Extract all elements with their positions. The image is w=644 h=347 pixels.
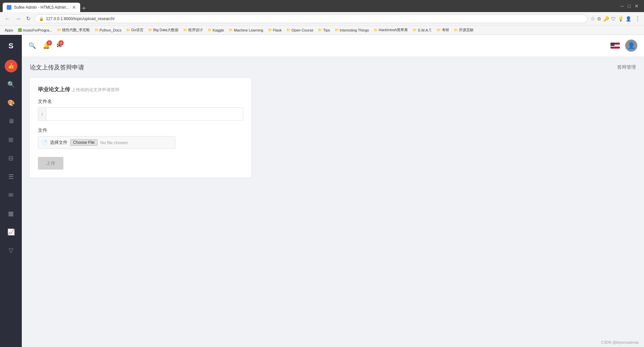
reload-button[interactable]: ↻: [25, 14, 32, 23]
bookmark-label-hackintosh: Hackintosh黑苹果: [379, 27, 408, 33]
extension-icon-1[interactable]: ⚙: [597, 16, 601, 21]
address-bar[interactable]: 🔒 127.0.0.1:8000/topic/upload_research/: [35, 14, 588, 23]
minimize-button[interactable]: ─: [621, 3, 624, 9]
tab-favicon: [7, 5, 11, 10]
menu-icon[interactable]: ⋮: [635, 15, 641, 22]
sidebar-monitor-icon[interactable]: 🖥: [0, 112, 22, 130]
file-group: 文件 📄 选择文件 Choose File No file chosen: [38, 127, 243, 149]
bookmark-icon-opensource: 📁: [454, 28, 458, 32]
bookmark-icon-interesting: 📁: [335, 28, 339, 32]
file-icon: 📄: [42, 140, 47, 145]
sidebar-bar-icon[interactable]: ▦: [0, 204, 22, 223]
bookmark-music[interactable]: 🟩 musicForProgra...: [16, 27, 54, 33]
sidebar-search-icon[interactable]: 🔍: [0, 75, 22, 94]
bookmark-label-music: musicForProgra...: [23, 28, 52, 32]
page-header: 论文上传及答辩申请 答辩管理: [30, 63, 636, 71]
sidebar-table-icon[interactable]: ⊞: [0, 130, 22, 149]
filename-input-wrap: i: [38, 107, 243, 121]
bookmark-kaggle[interactable]: 📁 Kaggle: [206, 27, 226, 33]
sidebar-palette-icon[interactable]: 🎨: [0, 94, 22, 112]
bookmark-icon-swat: 📁: [413, 28, 417, 32]
bookmark-swat[interactable]: 📁 S.W.A.T.: [411, 27, 434, 33]
sidebar-like-icon[interactable]: 👍: [5, 60, 17, 72]
bookmark-star-icon[interactable]: ☆: [590, 15, 595, 22]
bookmark-label-interesting: Interesting Things: [340, 28, 369, 32]
main-area: 🔍 🔔 5 ✉ 9 👤 论文上传及答辩申请 答辩管理: [22, 35, 644, 347]
footer-note: CSDN @biyezuopinvip: [601, 340, 639, 344]
language-flag[interactable]: [610, 43, 620, 49]
page-breadcrumb[interactable]: 答辩管理: [617, 64, 636, 70]
filename-input[interactable]: [46, 108, 243, 120]
profile-icon[interactable]: 👤: [626, 16, 631, 21]
tab-close-button[interactable]: ✕: [72, 5, 76, 10]
header-right: 👤: [610, 40, 637, 52]
extension-icon-4[interactable]: 💡: [618, 16, 624, 21]
bookmark-label-opensource: 开源贡献: [459, 27, 474, 33]
bookmark-linear[interactable]: 📁 线性代数_李宏毅: [55, 27, 92, 33]
browser-tab-active[interactable]: Sufee Admin - HTML5 Admin... ✕: [3, 3, 80, 12]
header-messages[interactable]: ✉ 9: [57, 42, 62, 49]
browser-actions: ☆ ⚙ 🔑 🛡 💡 👤 ⋮: [590, 15, 641, 22]
upload-button[interactable]: 上传: [38, 157, 63, 170]
bookmark-label-exam: 考研: [442, 27, 449, 33]
user-avatar[interactable]: 👤: [625, 40, 637, 52]
bookmark-icon-opencourse: 📁: [286, 28, 290, 32]
sidebar-list-icon[interactable]: ☰: [0, 167, 22, 186]
new-tab-button[interactable]: +: [80, 5, 88, 12]
page-title: 论文上传及答辩申请: [30, 63, 84, 71]
bookmark-opensource[interactable]: 📁 开源贡献: [452, 27, 476, 33]
maximize-button[interactable]: □: [628, 3, 631, 9]
bookmark-label-tips: Tips: [323, 28, 330, 32]
bookmark-program[interactable]: 📁 程序设计: [181, 27, 205, 33]
sidebar-like-button[interactable]: 👍: [0, 57, 22, 75]
sidebar-logo: S: [0, 35, 22, 57]
close-button[interactable]: ✕: [635, 3, 639, 9]
bookmark-python[interactable]: 📁 Python_Docs: [93, 27, 123, 33]
card-title-row: 毕业论文上传 上传你的论文并申请答辩: [38, 86, 243, 93]
sidebar-chart-icon[interactable]: 📈: [0, 223, 22, 241]
app-container: S 👍 🔍 🎨 🖥 ⊞ ⊟ ☰ ✉ ▦: [0, 35, 644, 347]
bookmark-bigdata[interactable]: 📁 Big Data大数据: [146, 27, 180, 33]
bookmark-label-bigdata: Big Data大数据: [153, 27, 178, 33]
bookmark-flask[interactable]: 📁 Flask: [266, 27, 284, 33]
bookmark-icon-linear: 📁: [57, 28, 61, 32]
header-notifications[interactable]: 🔔 5: [43, 42, 50, 49]
bookmark-hackintosh[interactable]: 📁 Hackintosh黑苹果: [372, 27, 410, 33]
sidebar: S 👍 🔍 🎨 🖥 ⊞ ⊟ ☰ ✉ ▦: [0, 35, 22, 347]
filename-label: 文件名: [38, 99, 243, 105]
bookmark-label-swat: S.W.A.T.: [418, 28, 432, 32]
bookmark-go[interactable]: 📁 Go语言: [124, 27, 146, 33]
bookmark-interesting[interactable]: 📁 Interesting Things: [333, 27, 371, 33]
bookmark-label-flask: Flask: [273, 28, 282, 32]
file-input-wrap: 📄 选择文件 Choose File No file chosen: [38, 136, 175, 149]
messages-badge: 9: [58, 40, 64, 46]
bookmark-ml[interactable]: 📁 Machine Learning: [227, 27, 265, 33]
card-subtitle: 上传你的论文并申请答辩: [71, 87, 119, 92]
input-prefix-icon: i: [38, 108, 46, 120]
card-title: 毕业论文上传: [38, 86, 70, 92]
sidebar-mail-icon[interactable]: ✉: [0, 186, 22, 204]
bookmark-label-go: Go语言: [131, 27, 144, 33]
choose-file-label: 选择文件: [50, 139, 67, 146]
bookmark-opencourse[interactable]: 📁 Open Course: [284, 27, 315, 33]
bookmark-icon-bigdata: 📁: [148, 28, 152, 32]
forward-button[interactable]: →: [14, 14, 22, 23]
bookmark-exam[interactable]: 📁 考研: [435, 27, 451, 33]
extension-icon-3[interactable]: 🛡: [611, 16, 616, 21]
extension-icon-2[interactable]: 🔑: [603, 16, 609, 21]
bookmark-icon-program: 📁: [183, 28, 187, 32]
address-url: 127.0.0.1:8000/topic/upload_research/: [46, 16, 115, 21]
bookmark-label-kaggle: Kaggle: [213, 28, 224, 32]
sidebar-apps-icon[interactable]: ⊟: [0, 149, 22, 167]
browser-tabs: Sufee Admin - HTML5 Admin... ✕ +: [3, 0, 88, 12]
back-button[interactable]: ←: [3, 14, 11, 23]
bookmark-icon-ml: 📁: [229, 28, 233, 32]
upload-card: 毕业论文上传 上传你的论文并申请答辩 文件名 i 文件 📄 选: [30, 78, 251, 178]
sidebar-filter-icon[interactable]: ▽: [0, 241, 22, 259]
browser-chrome: Sufee Admin - HTML5 Admin... ✕ + ─ □ ✕: [0, 0, 644, 12]
choose-file-button[interactable]: Choose File: [70, 139, 98, 146]
apps-bookmark[interactable]: Apps: [3, 27, 15, 33]
header-search-button[interactable]: 🔍: [29, 42, 36, 49]
bookmark-tips[interactable]: 📁 Tips: [316, 27, 332, 33]
no-file-text: No file chosen: [100, 140, 128, 145]
